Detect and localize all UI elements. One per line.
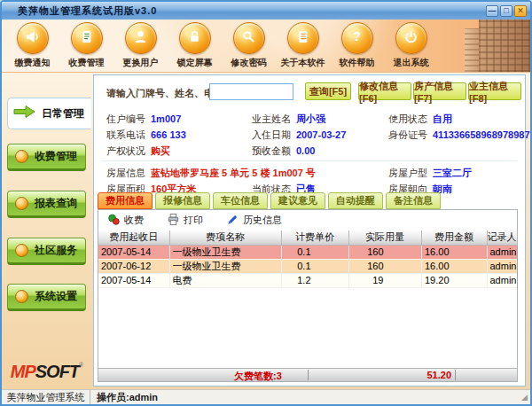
- user-icon: [133, 29, 148, 48]
- history-button[interactable]: 历史信息: [226, 213, 282, 228]
- resident-field: 入住日期2007-03-27: [252, 129, 346, 142]
- info-doc-icon: [295, 29, 310, 48]
- column-header[interactable]: 费用金额: [421, 230, 487, 245]
- tab-bar: 费用信息报修信息车位信息建议意见自动提醒备注信息: [98, 192, 441, 209]
- tab[interactable]: 报修信息: [155, 192, 210, 209]
- column-header[interactable]: 记录人: [487, 230, 517, 245]
- sidebar-item[interactable]: 系统设置: [7, 284, 86, 311]
- mpsoft-logo: MPSOFT®: [2, 362, 91, 382]
- column-header[interactable]: 费用起收日: [98, 230, 169, 245]
- tab[interactable]: 备注信息: [386, 192, 441, 209]
- toolbar-button[interactable]: 更换用户: [113, 21, 168, 71]
- document-icon: [79, 29, 94, 48]
- fee-action-bar: 收费打印历史信息: [98, 210, 517, 230]
- logo-reg: ®: [79, 362, 82, 368]
- help-icon: ?: [349, 29, 364, 48]
- resident-field: 预收金额0.00: [252, 144, 315, 158]
- arrears-count: 欠费笔数:3: [196, 370, 320, 383]
- column-header[interactable]: 计费单价: [281, 230, 348, 245]
- toolbar-button[interactable]: 收费管理: [59, 21, 113, 71]
- svg-text:?: ?: [353, 29, 360, 43]
- green-arrow-icon: [13, 105, 36, 122]
- toolbar-button[interactable]: 缴费通知: [5, 21, 59, 71]
- minimize-button[interactable]: —: [486, 5, 498, 17]
- orb-icon: [15, 197, 28, 210]
- window-title: 美萍物业管理系统试用版v3.0: [18, 4, 157, 18]
- sidebar-item[interactable]: 收费管理: [7, 144, 86, 171]
- pencil-icon: [226, 213, 239, 228]
- resident-field: 房屋户型三室二厅: [388, 167, 472, 180]
- tab[interactable]: 建议意见: [270, 192, 325, 209]
- sidebar-item-daily-management[interactable]: 日常管理: [7, 98, 91, 129]
- orb-icon: [15, 290, 28, 303]
- action-button[interactable]: 业主信息[F8]: [468, 82, 521, 100]
- action-button[interactable]: 房产信息[F7]: [413, 82, 466, 100]
- resident-field: 联系电话666 133: [106, 129, 186, 142]
- toolbar-button[interactable]: 修改密码: [222, 21, 276, 71]
- resident-field: 产权状况购买: [106, 144, 170, 158]
- sidebar-item[interactable]: 社区服务: [7, 238, 86, 265]
- arrears-total: 51.20: [329, 370, 451, 380]
- resident-field: 使用状态自用: [388, 113, 452, 126]
- title-bar[interactable]: 美萍物业管理系统试用版v3.0 —□✕: [2, 2, 530, 20]
- column-header[interactable]: 费项名称: [169, 230, 281, 245]
- status-operator: 操作员:admin: [90, 391, 158, 404]
- tab[interactable]: 车位信息: [213, 192, 268, 209]
- window-controls: —□✕: [486, 5, 527, 17]
- fee-row[interactable]: 2007-05-14电费1.21919.20admin: [98, 273, 517, 287]
- toolbar-button[interactable]: 关于本软件: [276, 21, 330, 71]
- toolbar-button[interactable]: 锁定屏幕: [168, 21, 222, 71]
- sidebar-item-label: 日常管理: [42, 106, 84, 121]
- resident-field: 业主姓名周小强: [252, 113, 325, 126]
- tab[interactable]: 自动提醒: [328, 192, 383, 209]
- resident-field: 身份证号411336658968978987: [388, 129, 530, 142]
- toolbar-items: 缴费通知收费管理更换用户锁定屏幕修改密码关于本软件?软件帮助退出系统: [5, 21, 438, 71]
- search-input[interactable]: [209, 83, 293, 100]
- print-button[interactable]: 打印: [167, 213, 203, 228]
- status-bar: 美萍物业管理系统 操作员:admin ◢: [2, 389, 530, 404]
- printer-icon: [167, 213, 180, 228]
- sidebar: 日常管理 收费管理报表查询社区服务系统设置 MPSOFT®: [2, 73, 91, 389]
- power-icon: [403, 29, 419, 48]
- fee-tab-panel: 收费打印历史信息 费用起收日费项名称计费单价实际用量费用金额记录人 2007-0…: [98, 209, 518, 382]
- body-area: 日常管理 收费管理报表查询社区服务系统设置 MPSOFT® 请输入门牌号、姓名、…: [2, 73, 530, 389]
- close-button[interactable]: ✕: [514, 5, 527, 17]
- action-button[interactable]: 查询[F5]: [305, 82, 351, 100]
- resize-grip[interactable]: ◢: [521, 393, 528, 402]
- sidebar-item[interactable]: 报表查询: [7, 191, 86, 218]
- building-decoration: [479, 20, 530, 72]
- resident-field: 住户编号1m007: [106, 113, 181, 126]
- toolbar-button[interactable]: 退出系统: [384, 21, 438, 71]
- fee-row[interactable]: 2007-05-14一级物业卫生费0.116016.00admin: [98, 245, 517, 259]
- fee-row[interactable]: 2007-06-12一级物业卫生费0.116016.00admin: [98, 259, 517, 273]
- section-divider: [101, 160, 518, 161]
- logo-soft: SOFT: [35, 362, 79, 381]
- maximize-button[interactable]: □: [500, 5, 512, 17]
- main-panel: 请输入门牌号、姓名、电话[F2] 查询[F5]修改信息[F6]房产信息[F7]业…: [93, 74, 526, 386]
- orb-icon: [15, 150, 28, 163]
- megaphone-icon: [25, 29, 40, 48]
- fee-table[interactable]: 费用起收日费项名称计费单价实际用量费用金额记录人 2007-05-14一级物业卫…: [98, 230, 518, 288]
- tab[interactable]: 费用信息: [98, 192, 153, 209]
- resident-field: 房屋信息蓝钻地带罗马座 5 单元 5 楼 1m007 号: [106, 167, 316, 180]
- action-button[interactable]: 修改信息[F6]: [358, 82, 411, 100]
- orb-icon: [15, 244, 28, 257]
- toolbar-button[interactable]: ?软件帮助: [330, 21, 384, 71]
- key-icon: [241, 29, 256, 48]
- column-header[interactable]: 实际用量: [348, 230, 421, 245]
- lock-icon: [187, 29, 202, 48]
- fee-summary-bar: 欠费笔数:3 51.20: [98, 368, 517, 381]
- main-toolbar: 缴费通知收费管理更换用户锁定屏幕修改密码关于本软件?软件帮助退出系统: [2, 20, 530, 73]
- coins-icon: [107, 213, 121, 228]
- app-window: 美萍物业管理系统试用版v3.0 —□✕ 缴费通知收费管理更换用户锁定屏幕修改密码…: [0, 0, 532, 406]
- logo-mp: MP: [11, 362, 35, 381]
- charge-button[interactable]: 收费: [107, 213, 144, 228]
- status-product: 美萍物业管理系统: [2, 390, 90, 404]
